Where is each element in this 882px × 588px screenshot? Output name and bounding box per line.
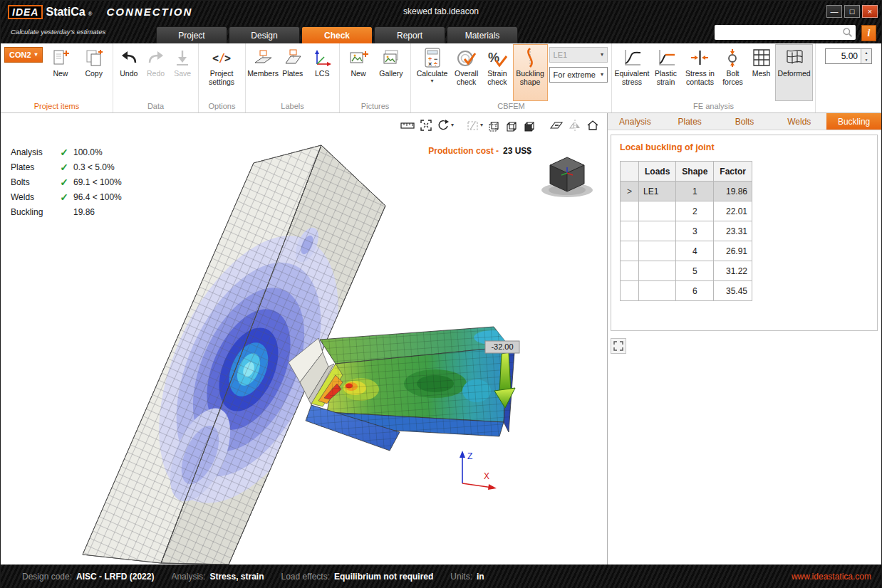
group-options: </> Project settings Options xyxy=(199,43,246,112)
calculate-button[interactable]: +−×÷ Calculate ▾ xyxy=(413,44,451,101)
deformed-button[interactable]: Deformed xyxy=(775,44,813,101)
coordinate-axes: Z X xyxy=(460,451,497,490)
results-tab-plates[interactable]: Plates xyxy=(663,113,717,130)
view-wireframe-button[interactable] xyxy=(504,117,521,134)
chevron-down-icon: ▾ xyxy=(431,78,434,84)
new-item-button[interactable]: New xyxy=(44,44,78,101)
check-row-analysis: Analysis ✓ 100.0% xyxy=(11,145,122,159)
redo-button[interactable]: Redo xyxy=(142,44,170,101)
table-row[interactable]: > LE1 1 19.86 xyxy=(621,182,752,201)
table-row[interactable]: 3 23.31 xyxy=(621,221,752,241)
buckling-shape-icon xyxy=(519,47,541,68)
plate-icon xyxy=(282,47,303,68)
app-logo: IDEA StatiCa ® CONNECTION xyxy=(8,5,192,19)
view-solid-button[interactable] xyxy=(522,117,539,134)
website-link[interactable]: www.ideastatica.com xyxy=(792,572,871,582)
design-code-label: Design code: xyxy=(22,572,72,582)
design-code-value: AISC - LRFD (2022) xyxy=(76,572,154,582)
group-project-items: CON2 ▾ New Copy Project items xyxy=(1,43,113,112)
mirror-view-button[interactable] xyxy=(566,117,583,134)
tab-design[interactable]: Design xyxy=(229,26,300,43)
new-picture-button[interactable]: New xyxy=(342,44,375,101)
svg-text:×: × xyxy=(428,61,432,68)
units-label: Units: xyxy=(450,572,472,582)
info-button[interactable]: i xyxy=(861,25,876,41)
group-label-data: Data xyxy=(115,101,196,112)
view-hidden-lines-button[interactable] xyxy=(486,117,503,134)
connection-selector[interactable]: CON2 ▾ xyxy=(4,47,43,63)
table-row[interactable]: 6 35.45 xyxy=(621,281,752,301)
home-view-button[interactable] xyxy=(584,117,601,134)
mirror-icon xyxy=(569,119,581,132)
deformation-scale-input[interactable] xyxy=(826,49,861,63)
window-title: skewed tab.ideacon xyxy=(214,6,668,16)
project-settings-button[interactable]: </> Project settings xyxy=(201,44,242,101)
measure-button[interactable] xyxy=(398,117,417,134)
results-tab-welds[interactable]: Welds xyxy=(772,113,826,130)
cube-solid-icon xyxy=(524,119,536,132)
table-row[interactable]: 2 22.01 xyxy=(621,201,752,221)
scale-down-button[interactable]: ▼ xyxy=(861,56,871,63)
minimize-button[interactable]: — xyxy=(826,5,842,18)
tab-report[interactable]: Report xyxy=(374,26,445,43)
rotate-view-button[interactable]: ▾ xyxy=(435,117,456,134)
svg-text:<: < xyxy=(212,52,219,65)
close-button[interactable]: × xyxy=(862,5,878,18)
check-row-welds: Welds ✓ 96.4 < 100% xyxy=(11,189,122,204)
check-row-plates: Plates ✓ 0.3 < 5.0% xyxy=(11,159,122,174)
tab-materials[interactable]: Materials xyxy=(447,26,518,43)
zoom-fit-button[interactable] xyxy=(417,117,435,134)
tagline: Calculate yesterday's estimates xyxy=(11,28,105,36)
viewport-toolbar: ▾ ▾ xyxy=(398,117,601,134)
bolt-forces-button[interactable]: Bolt forces xyxy=(718,44,747,101)
maximize-button[interactable]: □ xyxy=(844,5,860,18)
section-clip-button[interactable]: ▾ xyxy=(465,117,485,134)
expand-panel-button[interactable] xyxy=(611,338,626,354)
stress-in-contacts-button[interactable]: Stress in contacts xyxy=(682,44,718,101)
tab-project[interactable]: Project xyxy=(156,26,227,43)
overall-check-button[interactable]: Overall check xyxy=(451,44,482,101)
results-tab-bolts[interactable]: Bolts xyxy=(717,113,772,130)
chevron-down-icon: ▾ xyxy=(35,52,38,58)
pass-check-icon: ✓ xyxy=(55,177,73,188)
extreme-dropdown[interactable]: For extreme ▾ xyxy=(549,67,608,83)
results-tab-analysis[interactable]: Analysis xyxy=(608,113,663,130)
load-case-dropdown[interactable]: LE1 ▾ xyxy=(549,47,608,63)
plastic-strain-button[interactable]: Plastic strain xyxy=(650,44,682,101)
scale-up-button[interactable]: ▲ xyxy=(861,49,871,56)
table-row[interactable]: 5 31.22 xyxy=(621,261,752,281)
app-window: IDEA StatiCa ® CONNECTION skewed tab.ide… xyxy=(0,0,882,588)
plates-labels-button[interactable]: Plates xyxy=(278,44,308,101)
idea-logo-box: IDEA xyxy=(8,5,43,19)
load-effects-label: Load effects: xyxy=(281,572,330,582)
check-row-bolts: Bolts ✓ 69.1 < 100% xyxy=(11,174,122,189)
close-icon: × xyxy=(868,8,872,16)
model-viewport[interactable]: -32.00 Z X xyxy=(1,113,608,565)
mesh-button[interactable]: Mesh xyxy=(747,44,775,101)
group-labels: Members Plates LCS Labels xyxy=(246,43,340,112)
group-pictures: New Gallery Pictures xyxy=(340,43,411,112)
results-tab-buckling[interactable]: Buckling xyxy=(826,113,881,130)
welds-display-button[interactable] xyxy=(547,117,566,134)
home-icon xyxy=(586,119,599,132)
results-panel: Analysis Plates Bolts Welds Buckling Loc… xyxy=(608,113,881,565)
window-controls: — □ × xyxy=(826,5,878,18)
spinner-up-icon: ▲ xyxy=(865,51,868,55)
tab-check[interactable]: Check xyxy=(301,26,373,43)
search-input[interactable] xyxy=(717,27,842,38)
gallery-button[interactable]: Gallery xyxy=(375,44,408,101)
new-page-icon xyxy=(50,47,71,68)
save-button[interactable]: Save xyxy=(169,44,196,101)
chevron-down-icon: ▾ xyxy=(451,122,454,128)
equivalent-stress-button[interactable]: Equivalent stress xyxy=(614,44,650,101)
lcs-labels-button[interactable]: LCS xyxy=(308,44,338,101)
undo-button[interactable]: Undo xyxy=(115,44,142,101)
check-summary: Analysis ✓ 100.0% Plates ✓ 0.3 < 5.0% Bo… xyxy=(11,145,122,219)
table-row[interactable]: 4 26.91 xyxy=(621,241,752,261)
strain-check-button[interactable]: % Strain check xyxy=(482,44,512,101)
ruler-icon xyxy=(400,119,415,132)
buckling-shape-button[interactable]: Buckling shape xyxy=(513,44,548,101)
members-labels-button[interactable]: Members xyxy=(248,44,278,101)
copy-item-button[interactable]: Copy xyxy=(77,44,110,101)
view-cube[interactable] xyxy=(537,153,597,200)
